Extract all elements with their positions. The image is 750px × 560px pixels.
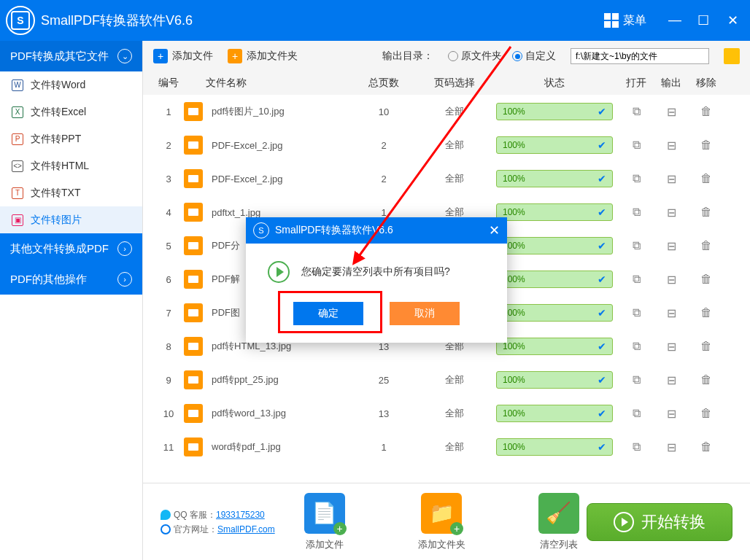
- sidebar-item-2[interactable]: P文件转PPT: [0, 125, 142, 152]
- export-icon[interactable]: ⊟: [667, 408, 676, 420]
- check-icon: ✔: [598, 173, 606, 184]
- page-range-cell[interactable]: 全部: [419, 407, 490, 420]
- file-type-icon: T: [12, 187, 23, 199]
- delete-icon[interactable]: 🗑: [700, 440, 712, 453]
- table-row: 2 PDF-Excel_2.jpg 2 全部 100%✔ ⧉ ⊟ 🗑: [143, 128, 750, 162]
- delete-icon[interactable]: 🗑: [700, 172, 712, 184]
- sidebar-item-1[interactable]: X文件转Excel: [0, 98, 142, 125]
- close-button[interactable]: ✕: [727, 12, 738, 28]
- minimize-button[interactable]: —: [668, 12, 680, 28]
- image-file-icon: [184, 303, 203, 322]
- delete-icon[interactable]: 🗑: [700, 239, 712, 252]
- dialog-cancel-button[interactable]: 取消: [390, 302, 460, 325]
- progress-bar: 100%✔: [496, 170, 613, 187]
- maximize-button[interactable]: ☐: [697, 12, 709, 28]
- check-icon: ✔: [598, 206, 606, 218]
- export-icon[interactable]: ⊟: [667, 307, 676, 319]
- export-icon[interactable]: ⊟: [667, 173, 676, 185]
- export-icon[interactable]: ⊟: [667, 273, 676, 286]
- sidebar-item-4[interactable]: T文件转TXT: [0, 179, 142, 206]
- output-path-input[interactable]: [571, 48, 709, 64]
- image-file-icon: [184, 203, 203, 222]
- image-file-icon: [184, 236, 203, 255]
- progress-bar: 100%✔: [496, 237, 613, 254]
- delete-icon[interactable]: 🗑: [700, 105, 712, 117]
- page-range-cell[interactable]: 全部: [419, 105, 490, 118]
- radio-custom-folder[interactable]: 自定义: [512, 50, 556, 63]
- add-folder-icon: +: [228, 49, 242, 63]
- sidebar-category-other-to-pdf[interactable]: 其他文件转换成PDF ›: [0, 233, 142, 264]
- delete-icon[interactable]: 🗑: [700, 407, 712, 419]
- file-type-icon: ▣: [12, 214, 23, 226]
- start-convert-button[interactable]: 开始转换: [587, 503, 732, 541]
- table-header: 编号 文件名称 总页数 页码选择 状态 打开 输出 移除: [143, 71, 750, 95]
- check-icon: ✔: [598, 139, 606, 151]
- dialog-message: 您确定要清空列表中所有项目吗?: [301, 265, 450, 279]
- dialog-close-button[interactable]: ✕: [489, 222, 500, 238]
- qq-link[interactable]: 1933175230: [216, 510, 265, 520]
- add-file-button[interactable]: + 添加文件: [153, 49, 213, 63]
- open-icon[interactable]: ⧉: [633, 239, 641, 252]
- open-icon[interactable]: ⧉: [633, 273, 641, 285]
- sidebar-category-pdf-to-other[interactable]: PDF转换成其它文件 ⌄: [0, 41, 142, 71]
- image-file-icon: [184, 136, 203, 155]
- open-icon[interactable]: ⧉: [633, 440, 641, 453]
- titlebar: S SmallPDF转换器软件V6.6 菜单 — ☐ ✕: [0, 0, 750, 41]
- sidebar-item-5[interactable]: ▣文件转图片: [0, 206, 142, 233]
- export-icon[interactable]: ⊟: [667, 441, 676, 454]
- radio-source-folder[interactable]: 原文件夹: [448, 50, 502, 63]
- sidebar-item-0[interactable]: W文件转Word: [0, 71, 142, 98]
- open-icon[interactable]: ⧉: [633, 172, 641, 184]
- delete-icon[interactable]: 🗑: [700, 306, 712, 319]
- open-icon[interactable]: ⧉: [633, 139, 641, 151]
- add-folder-button[interactable]: + 添加文件夹: [228, 49, 298, 63]
- website-link[interactable]: SmallPDF.com: [217, 524, 275, 534]
- confirm-dialog: S SmallPDF转换器软件V6.6 ✕ 您确定要清空列表中所有项目吗? 确定…: [246, 217, 507, 343]
- check-icon: ✔: [598, 441, 606, 453]
- sidebar-item-3[interactable]: <>文件转HTML: [0, 152, 142, 179]
- image-file-icon: [184, 337, 203, 356]
- dialog-ok-button[interactable]: 确定: [293, 302, 363, 325]
- open-icon[interactable]: ⧉: [633, 206, 641, 218]
- check-icon: ✔: [598, 240, 606, 252]
- check-icon: ✔: [598, 374, 606, 386]
- open-icon[interactable]: ⧉: [633, 306, 641, 319]
- menu-label: 菜单: [623, 13, 646, 28]
- delete-icon[interactable]: 🗑: [700, 373, 712, 386]
- browse-folder-button[interactable]: [724, 48, 740, 64]
- open-icon[interactable]: ⧉: [633, 373, 641, 386]
- dialog-titlebar: S SmallPDF转换器软件V6.6 ✕: [246, 217, 507, 244]
- export-icon[interactable]: ⊟: [667, 206, 676, 219]
- page-range-cell[interactable]: 全部: [419, 172, 490, 185]
- progress-bar: 100%✔: [496, 103, 613, 120]
- page-range-cell[interactable]: 全部: [419, 373, 490, 386]
- image-file-icon: [184, 270, 203, 289]
- menu-button[interactable]: 菜单: [604, 13, 646, 28]
- export-icon[interactable]: ⊟: [667, 341, 676, 353]
- delete-icon[interactable]: 🗑: [700, 206, 712, 218]
- document-icon: 📄+: [304, 493, 345, 534]
- chevron-right-icon: ›: [117, 241, 132, 256]
- info-icon: [268, 261, 290, 283]
- export-icon[interactable]: ⊟: [667, 374, 676, 386]
- check-icon: ✔: [598, 307, 606, 319]
- export-icon[interactable]: ⊟: [667, 139, 676, 152]
- clear-list-big-button[interactable]: 🧹 清空列表: [538, 493, 579, 551]
- export-icon[interactable]: ⊟: [667, 106, 676, 118]
- export-icon[interactable]: ⊟: [667, 240, 676, 252]
- image-file-icon: [184, 370, 203, 389]
- delete-icon[interactable]: 🗑: [700, 340, 712, 352]
- progress-bar: 100%✔: [496, 304, 613, 322]
- open-icon[interactable]: ⧉: [633, 407, 641, 419]
- sidebar-category-pdf-ops[interactable]: PDF的其他操作 ›: [0, 264, 142, 295]
- delete-icon[interactable]: 🗑: [700, 273, 712, 285]
- add-file-big-button[interactable]: 📄+ 添加文件: [304, 493, 345, 551]
- page-range-cell[interactable]: 全部: [419, 139, 490, 152]
- delete-icon[interactable]: 🗑: [700, 139, 712, 151]
- progress-bar: 100%✔: [496, 203, 613, 221]
- grid-icon: [604, 13, 619, 28]
- add-folder-big-button[interactable]: 📁+ 添加文件夹: [418, 493, 465, 551]
- page-range-cell[interactable]: 全部: [419, 440, 490, 454]
- open-icon[interactable]: ⧉: [633, 105, 641, 117]
- open-icon[interactable]: ⧉: [633, 340, 641, 352]
